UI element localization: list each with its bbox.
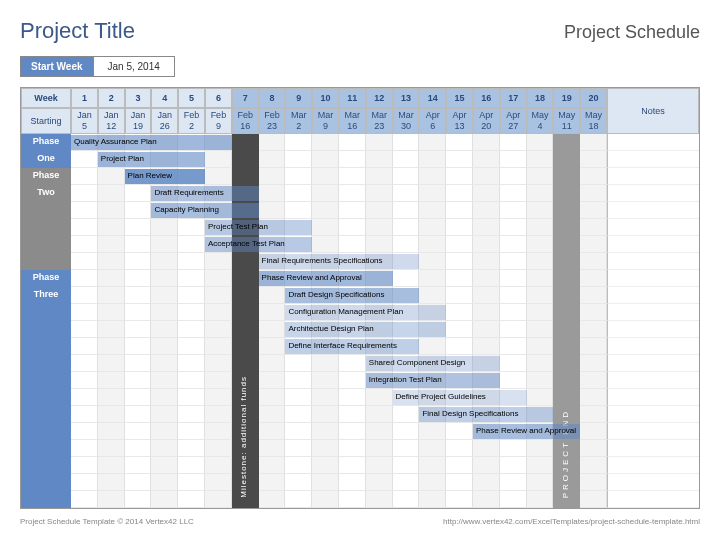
grid-cell[interactable] [312, 202, 339, 219]
grid-cell[interactable] [259, 134, 286, 151]
grid-cell[interactable] [339, 406, 366, 423]
grid-cell[interactable] [151, 253, 178, 270]
grid-cell[interactable] [259, 168, 286, 185]
grid-cell[interactable] [205, 372, 232, 389]
grid-cell[interactable] [393, 236, 420, 253]
grid-cell[interactable] [125, 236, 152, 253]
grid-cell[interactable] [473, 457, 500, 474]
grid-cell[interactable] [527, 134, 554, 151]
grid-cell[interactable] [259, 151, 286, 168]
notes-cell[interactable] [607, 134, 699, 151]
grid-cell[interactable] [527, 202, 554, 219]
grid-cell[interactable] [312, 151, 339, 168]
grid-cell[interactable] [419, 355, 446, 372]
grid-cell[interactable] [366, 287, 393, 304]
grid-cell[interactable] [125, 338, 152, 355]
grid-cell[interactable] [178, 423, 205, 440]
grid-cell[interactable] [339, 355, 366, 372]
grid-cell[interactable] [553, 440, 580, 457]
grid-cell[interactable] [473, 304, 500, 321]
grid-cell[interactable] [285, 423, 312, 440]
grid-cell[interactable] [125, 185, 152, 202]
grid-cell[interactable] [527, 389, 554, 406]
grid-cell[interactable] [151, 287, 178, 304]
grid-cell[interactable] [98, 304, 125, 321]
grid-cell[interactable] [285, 406, 312, 423]
grid-cell[interactable] [419, 457, 446, 474]
grid-cell[interactable] [98, 389, 125, 406]
grid-cell[interactable] [473, 219, 500, 236]
grid-cell[interactable] [339, 287, 366, 304]
grid-cell[interactable] [205, 474, 232, 491]
grid-cell[interactable] [446, 389, 473, 406]
notes-cell[interactable] [607, 338, 699, 355]
grid-cell[interactable] [205, 219, 232, 236]
grid-cell[interactable] [366, 270, 393, 287]
grid-cell[interactable] [151, 440, 178, 457]
grid-cell[interactable] [419, 423, 446, 440]
grid-cell[interactable] [473, 134, 500, 151]
grid-cell[interactable] [71, 406, 98, 423]
grid-cell[interactable] [393, 304, 420, 321]
grid-cell[interactable] [285, 185, 312, 202]
grid-cell[interactable] [446, 457, 473, 474]
grid-cell[interactable] [178, 491, 205, 508]
grid-cell[interactable] [205, 185, 232, 202]
grid-cell[interactable] [312, 321, 339, 338]
notes-cell[interactable] [607, 219, 699, 236]
grid-cell[interactable] [232, 389, 259, 406]
grid-cell[interactable] [500, 185, 527, 202]
grid-cell[interactable] [71, 491, 98, 508]
grid-cell[interactable] [259, 304, 286, 321]
grid-cell[interactable] [553, 151, 580, 168]
grid-cell[interactable] [178, 304, 205, 321]
grid-cell[interactable] [527, 236, 554, 253]
grid-cell[interactable] [232, 304, 259, 321]
grid-cell[interactable] [125, 457, 152, 474]
grid-cell[interactable] [285, 236, 312, 253]
notes-cell[interactable] [607, 304, 699, 321]
grid-cell[interactable] [312, 491, 339, 508]
grid-cell[interactable] [553, 423, 580, 440]
grid-cell[interactable] [259, 321, 286, 338]
grid-cell[interactable] [178, 168, 205, 185]
grid-cell[interactable] [446, 202, 473, 219]
grid-cell[interactable] [473, 168, 500, 185]
grid-cell[interactable] [285, 372, 312, 389]
grid-cell[interactable] [178, 219, 205, 236]
grid-cell[interactable] [500, 423, 527, 440]
grid-cell[interactable] [285, 270, 312, 287]
grid-cell[interactable] [259, 406, 286, 423]
grid-cell[interactable] [580, 321, 607, 338]
grid-cell[interactable] [285, 219, 312, 236]
grid-cell[interactable] [259, 423, 286, 440]
grid-cell[interactable] [71, 236, 98, 253]
grid-cell[interactable] [580, 457, 607, 474]
grid-cell[interactable] [366, 185, 393, 202]
grid-cell[interactable] [151, 423, 178, 440]
grid-cell[interactable] [178, 185, 205, 202]
notes-cell[interactable] [607, 236, 699, 253]
grid-cell[interactable] [232, 287, 259, 304]
grid-cell[interactable] [98, 423, 125, 440]
grid-cell[interactable] [553, 355, 580, 372]
notes-cell[interactable] [607, 491, 699, 508]
grid-cell[interactable] [446, 372, 473, 389]
grid-cell[interactable] [446, 321, 473, 338]
grid-cell[interactable] [125, 406, 152, 423]
grid-cell[interactable] [553, 321, 580, 338]
grid-cell[interactable] [71, 202, 98, 219]
grid-cell[interactable] [259, 372, 286, 389]
grid-cell[interactable] [259, 270, 286, 287]
grid-cell[interactable] [473, 389, 500, 406]
grid-cell[interactable] [500, 372, 527, 389]
notes-cell[interactable] [607, 185, 699, 202]
grid-cell[interactable] [285, 491, 312, 508]
grid-cell[interactable] [553, 219, 580, 236]
grid-cell[interactable] [259, 253, 286, 270]
grid-cell[interactable] [205, 287, 232, 304]
grid-cell[interactable] [553, 168, 580, 185]
grid-cell[interactable] [178, 474, 205, 491]
grid-cell[interactable] [393, 287, 420, 304]
grid-cell[interactable] [446, 491, 473, 508]
